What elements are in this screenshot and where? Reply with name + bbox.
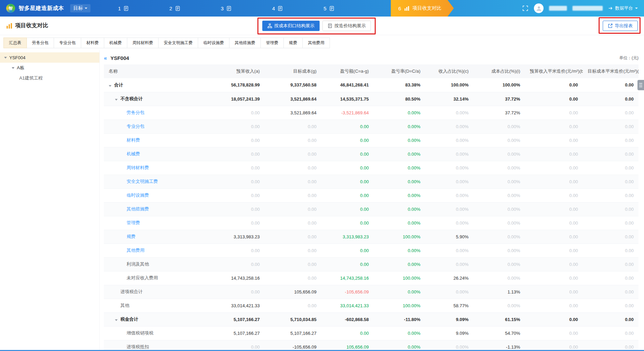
unit-label: 单位：(元) — [619, 55, 638, 61]
steps-nav: 123456项目收支对比 — [118, 0, 454, 17]
cell-col-8: 0.00 — [583, 161, 638, 175]
row-name-link[interactable]: 临时设施费 — [127, 193, 149, 198]
cell-col-7: 0.00 — [525, 175, 583, 188]
tab-10[interactable]: 规费 — [283, 38, 303, 48]
table-row: 其他33,014,421.330.0033,014,421.33100.00%5… — [104, 299, 638, 312]
row-expand-caret[interactable] — [115, 319, 118, 321]
row-name-link[interactable]: 劳务分包 — [127, 110, 144, 115]
tab-6[interactable]: 安全文明施工费 — [158, 38, 198, 48]
table-row: 机械费0.000.000.000.00%0.00%0.00%0.000.00 — [104, 147, 638, 161]
fullscreen-icon[interactable] — [522, 5, 528, 11]
view-by-price-structure-button[interactable]: 按造价结构展示 — [322, 21, 371, 31]
tree-node-0[interactable]: YSF004 — [0, 52, 99, 63]
cell-col-4: 0.00% — [374, 257, 425, 271]
cell-col-5: 0.00% — [425, 133, 473, 147]
tab-4[interactable]: 机械费 — [104, 38, 127, 48]
cell-col-5: 32.14% — [425, 92, 473, 106]
view-by-cost-structure-button[interactable]: 按成本归口结构展示 — [262, 21, 320, 31]
export-report-button[interactable]: 导出报表 — [603, 21, 638, 31]
row-expand-caret[interactable] — [109, 85, 111, 87]
step-2[interactable]: 2 — [169, 6, 180, 11]
cell-col-6: 0.00% — [473, 161, 525, 175]
tab-7[interactable]: 临时设施费 — [198, 38, 229, 48]
table-row: 增值税销项税5,107,166.275,107,166.270.000.00%9… — [104, 326, 638, 340]
tab-0[interactable]: 汇总表 — [3, 38, 27, 48]
view-by-price-structure-label: 按造价结构展示 — [334, 23, 366, 29]
tree-node-2[interactable]: A1建筑工程 — [0, 73, 99, 83]
tree-node-1[interactable]: A栋 — [0, 63, 99, 73]
cell-col-7: 0.00 — [525, 78, 583, 92]
row-name-cell: 税金合计 — [104, 312, 207, 326]
cell-col-6: -1.13% — [473, 340, 525, 351]
step-3[interactable]: 3 — [221, 6, 232, 11]
cell-col-2: 9,337,560.58 — [265, 78, 321, 92]
row-name-cell: 其他 — [104, 299, 207, 312]
row-name-cell: 不含税合计 — [104, 92, 207, 106]
tab-1[interactable]: 劳务分包 — [26, 38, 54, 48]
row-name-link[interactable]: 其他费用 — [127, 248, 144, 253]
tab-8[interactable]: 其他措施费 — [229, 38, 261, 48]
cell-col-2: 0.00 — [265, 271, 321, 285]
cell-col-4: 100.00% — [374, 271, 425, 285]
cell-col-5: 0.00% — [425, 202, 473, 216]
cell-col-8: 0.00 — [583, 133, 638, 147]
tab-5[interactable]: 周转材料费 — [127, 38, 159, 48]
cell-col-7: 0.00 — [525, 340, 583, 351]
tab-9[interactable]: 管理费 — [260, 38, 284, 48]
tab-3[interactable]: 材料费 — [81, 38, 104, 48]
bar-chart-icon — [6, 23, 12, 29]
row-name: 未对应收入费用 — [127, 275, 158, 280]
target-menu[interactable]: 目标 — [70, 4, 90, 12]
step-label: 项目收支对比 — [412, 5, 441, 11]
cell-col-8: 0.00 — [583, 312, 638, 326]
tab-11[interactable]: 其他费用 — [302, 38, 330, 48]
cell-col-3: 46,841,268.41 — [321, 78, 374, 92]
row-name-link[interactable]: 规费 — [127, 234, 136, 239]
chevron-down-icon — [635, 8, 638, 9]
collapse-panel-icon[interactable]: « — [104, 55, 107, 61]
tabs-bar: 汇总表劳务分包专业分包材料费机械费周转材料费安全文明施工费临时设施费其他措施费管… — [0, 35, 644, 50]
cell-col-8: 0.00 — [583, 216, 638, 230]
step-4[interactable]: 4 — [272, 6, 283, 11]
cell-col-3: 0.00 — [321, 175, 374, 188]
caret-slot — [115, 317, 120, 322]
cell-col-2: 3,521,869.64 — [265, 92, 321, 106]
cell-col-6: 0.00% — [473, 147, 525, 161]
row-name-link[interactable]: 材料费 — [127, 137, 140, 143]
tree-node-label: A1建筑工程 — [19, 75, 43, 81]
row-name-link[interactable]: 周转材料费 — [127, 165, 149, 170]
table-header-row: 名称预算收入(a)目标成本(g)盈亏额(C=a-g)盈亏率(D=C/a)收入占比… — [104, 64, 638, 78]
cell-col-6: 37.72% — [473, 106, 525, 120]
row-name-link[interactable]: 机械费 — [127, 151, 140, 156]
step-1[interactable]: 1 — [118, 6, 129, 11]
table-row: 其他措施费0.000.000.000.00%0.00%0.00%0.000.00 — [104, 202, 638, 216]
cell-col-5: 0.00% — [425, 257, 473, 271]
cell-col-7: 0.00 — [525, 188, 583, 202]
username-redacted[interactable] — [549, 6, 567, 11]
cell-col-1: 0.00 — [207, 244, 265, 257]
tree-expand-caret[interactable] — [4, 57, 7, 59]
tree-expand-caret[interactable] — [12, 67, 14, 69]
cell-col-7: 0.00 — [525, 92, 583, 106]
row-name: 税金合计 — [120, 317, 138, 322]
cell-col-1: 0.00 — [207, 133, 265, 147]
row-name-link[interactable]: 专业分包 — [127, 124, 144, 129]
column-settings-handle[interactable] — [637, 80, 644, 90]
tree-node-label: YSF004 — [9, 55, 25, 60]
tab-2[interactable]: 专业分包 — [54, 38, 81, 48]
user-avatar[interactable] — [534, 3, 544, 13]
cell-col-6: 0.00% — [473, 202, 525, 216]
step-5[interactable]: 5 — [323, 6, 334, 11]
row-expand-caret[interactable] — [115, 99, 118, 101]
row-name-link[interactable]: 管理费 — [127, 220, 140, 225]
step-number: 2 — [169, 6, 172, 11]
cell-col-2: -105,656.09 — [265, 340, 321, 351]
cell-col-3: 0.00 — [321, 257, 374, 271]
row-name-link[interactable]: 其他措施费 — [127, 206, 149, 211]
cell-col-6: 37.72% — [473, 92, 525, 106]
table-row: 管理费0.000.000.000.00%0.00%0.00%0.000.00 — [104, 216, 638, 230]
tree-node-label: A栋 — [17, 65, 24, 71]
step-6-active[interactable]: 6项目收支对比 — [391, 0, 454, 17]
row-name-link[interactable]: 安全文明施工费 — [127, 179, 158, 184]
platform-menu[interactable]: 数据平台 — [608, 5, 638, 11]
